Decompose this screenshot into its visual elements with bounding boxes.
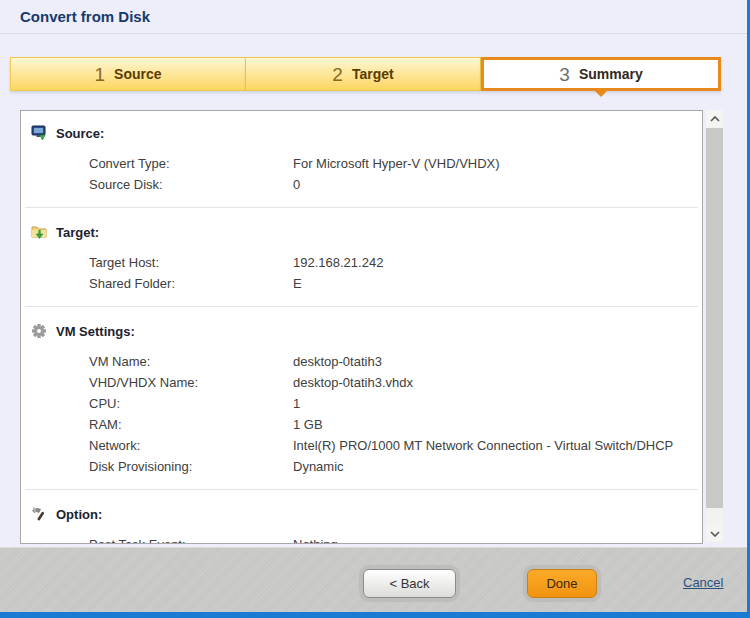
summary-row: Shared Folder: E — [89, 273, 702, 294]
summary-row: Source Disk: 0 — [89, 174, 702, 195]
section-title: Option: — [56, 507, 102, 522]
summary-row: Target Host: 192.168.21.242 — [89, 252, 702, 273]
summary-panel: Source: Convert Type: For Microsoft Hype… — [20, 110, 703, 544]
section-source: Source: Convert Type: For Microsoft Hype… — [21, 123, 702, 208]
row-value: desktop-0tatih3.vhdx — [293, 375, 702, 390]
row-value: Nothing — [293, 537, 702, 544]
row-value: For Microsoft Hyper-V (VHD/VHDX) — [293, 156, 702, 171]
row-value: E — [293, 276, 702, 291]
done-button[interactable]: Done — [527, 569, 597, 598]
tab-number: 1 — [94, 65, 105, 84]
row-label: Post Task Event: — [89, 537, 293, 544]
cancel-link[interactable]: Cancel — [683, 575, 723, 590]
summary-row: Disk Provisioning: Dynamic — [89, 456, 702, 477]
tab-number: 2 — [332, 65, 343, 84]
row-label: Shared Folder: — [89, 276, 293, 291]
chevron-down-icon — [710, 531, 720, 537]
summary-row: RAM: 1 GB — [89, 414, 702, 435]
row-label: Source Disk: — [89, 177, 293, 192]
section-vm-settings: VM Settings: VM Name: desktop-0tatih3 VH… — [21, 321, 702, 490]
scroll-up-button[interactable] — [706, 110, 723, 127]
section-target: Target: Target Host: 192.168.21.242 Shar… — [21, 222, 702, 307]
window-titlebar: Convert from Disk — [0, 0, 750, 34]
page-title: Convert from Disk — [20, 8, 150, 25]
summary-row: Convert Type: For Microsoft Hyper-V (VHD… — [89, 153, 702, 174]
section-divider — [25, 306, 698, 307]
window-border-bottom — [0, 612, 750, 618]
section-divider — [25, 207, 698, 208]
row-value: desktop-0tatih3 — [293, 354, 702, 369]
row-value: 1 GB — [293, 417, 702, 432]
summary-row: VM Name: desktop-0tatih3 — [89, 351, 702, 372]
row-label: Network: — [89, 438, 293, 453]
row-value: 0 — [293, 177, 702, 192]
tab-number: 3 — [559, 65, 570, 84]
scroll-down-button[interactable] — [706, 525, 723, 542]
tab-source[interactable]: 1 Source — [10, 57, 246, 91]
vertical-scrollbar[interactable] — [706, 110, 723, 542]
scrollbar-thumb[interactable] — [706, 128, 723, 508]
tab-label: Target — [352, 66, 394, 82]
row-label: Convert Type: — [89, 156, 293, 171]
tools-icon — [31, 506, 47, 522]
chevron-up-icon — [710, 116, 720, 122]
folder-download-icon — [31, 224, 47, 240]
tab-label: Summary — [579, 66, 643, 82]
section-title: Source: — [56, 126, 104, 141]
row-label: RAM: — [89, 417, 293, 432]
row-value: Dynamic — [293, 459, 702, 474]
row-label: VHD/VHDX Name: — [89, 375, 293, 390]
summary-row: VHD/VHDX Name: desktop-0tatih3.vhdx — [89, 372, 702, 393]
tab-target[interactable]: 2 Target — [246, 57, 481, 91]
summary-row: Post Task Event: Nothing — [89, 534, 702, 544]
wizard-steps: 1 Source 2 Target 3 Summary — [10, 57, 721, 91]
row-label: Target Host: — [89, 255, 293, 270]
computer-icon — [31, 125, 47, 141]
active-tab-arrow — [592, 88, 610, 97]
tab-summary[interactable]: 3 Summary — [481, 57, 721, 91]
section-title: Target: — [56, 225, 99, 240]
row-value: Intel(R) PRO/1000 MT Network Connection … — [293, 438, 702, 453]
tab-label: Source — [114, 66, 161, 82]
section-divider — [25, 489, 698, 490]
footer-bar: < Back Done Cancel — [0, 547, 750, 613]
section-title: VM Settings: — [56, 324, 135, 339]
summary-row: CPU: 1 — [89, 393, 702, 414]
gear-icon — [31, 323, 47, 339]
row-label: Disk Provisioning: — [89, 459, 293, 474]
section-option: Option: Post Task Event: Nothing — [21, 504, 702, 544]
back-button[interactable]: < Back — [363, 569, 456, 598]
summary-row: Network: Intel(R) PRO/1000 MT Network Co… — [89, 435, 702, 456]
row-value: 1 — [293, 396, 702, 411]
row-label: VM Name: — [89, 354, 293, 369]
row-label: CPU: — [89, 396, 293, 411]
row-value: 192.168.21.242 — [293, 255, 702, 270]
